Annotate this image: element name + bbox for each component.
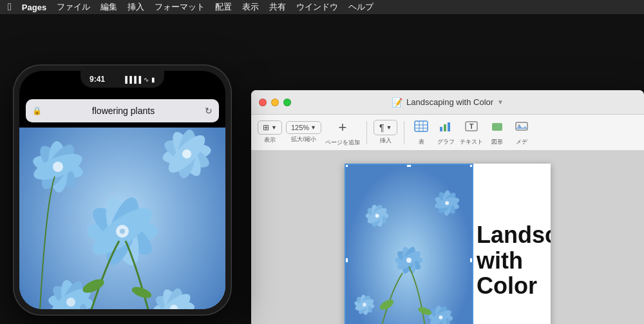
zoom-toolbar-group: 125% ▼ 拡大/縮小: [286, 121, 321, 144]
handle-top-left[interactable]: [345, 164, 348, 167]
svg-rect-10: [492, 123, 502, 131]
toolbar-separator-1: [366, 121, 367, 144]
svg-rect-6: [444, 124, 446, 131]
window-controls: [259, 99, 291, 106]
svg-point-37: [363, 303, 366, 307]
handle-top-right[interactable]: [469, 164, 473, 167]
menubar:  Pages ファイル 編集 挿入 フォーマット 配置 表示 共有 ウインドウ…: [0, 0, 644, 14]
toolbar-separator-2: [404, 121, 404, 144]
svg-point-19: [406, 258, 412, 263]
insert-label: 挿入: [380, 137, 392, 145]
toolbar: ⊞ ▼ 表示 125% ▼ 拡大/縮小 + ページを追加 ¶ ▼ 挿入: [251, 115, 644, 151]
menubar-insert[interactable]: 挿入: [128, 1, 144, 13]
signal-bars-icon: ▐▐▐▐: [123, 76, 141, 83]
phone-flower-svg: [19, 128, 225, 309]
main-area: Landscapi with Color: [251, 151, 644, 324]
add-page-button[interactable]: +: [335, 118, 351, 137]
menubar-view[interactable]: 表示: [242, 1, 259, 13]
shape-button[interactable]: [487, 119, 507, 137]
menubar-help[interactable]: ヘルプ: [348, 1, 374, 13]
svg-point-31: [445, 201, 449, 205]
chart-icon: [439, 120, 453, 132]
insert-chevron-icon: ▼: [386, 124, 392, 131]
chart-toolbar-group: グラフ: [435, 119, 456, 146]
window-minimize-button[interactable]: [271, 99, 279, 106]
view-button[interactable]: ⊞ ▼: [258, 120, 282, 135]
svg-rect-0: [415, 121, 428, 131]
window-maximize-button[interactable]: [283, 99, 291, 106]
safari-address-bar[interactable]: 🔒 flowering plants ↻: [26, 99, 219, 122]
document-title: Landscaping with Color: [406, 97, 493, 107]
svg-point-53: [120, 229, 125, 234]
iphone-notch: 9:41 ▐▐▐▐ ∿ ▮: [80, 71, 164, 88]
status-time: 9:41: [90, 75, 105, 84]
status-icons: ▐▐▐▐ ∿ ▮: [123, 76, 155, 83]
selected-image[interactable]: [345, 164, 473, 324]
pages-window: 📝 Landscaping with Color ▼ ⊞ ▼ 表示 125% ▼…: [251, 90, 644, 324]
shape-icon: [490, 120, 504, 132]
add-page-label: ページを追加: [325, 138, 360, 147]
table-label: 表: [419, 138, 424, 146]
svg-point-65: [182, 149, 191, 158]
view-label: 表示: [264, 136, 276, 144]
insert-toolbar-group: ¶ ▼ 挿入: [374, 120, 397, 145]
media-toolbar-group: メデ: [511, 119, 532, 146]
media-label: メデ: [516, 138, 527, 146]
zoom-value: 125%: [291, 124, 309, 131]
menubar-file[interactable]: ファイル: [57, 1, 90, 13]
paragraph-icon: ¶: [379, 122, 384, 133]
svg-text:T: T: [469, 122, 474, 130]
title-chevron-icon: ▼: [497, 99, 504, 106]
svg-rect-5: [440, 127, 442, 131]
wifi-icon: ∿: [144, 76, 149, 83]
svg-point-25: [375, 214, 379, 218]
menubar-pages[interactable]: Pages: [22, 3, 46, 12]
zoom-button[interactable]: 125% ▼: [286, 121, 321, 134]
apple-menu-icon[interactable]: : [8, 1, 12, 13]
flower-illustration: [346, 165, 472, 324]
reload-icon[interactable]: ↻: [205, 106, 213, 116]
svg-point-59: [53, 162, 63, 172]
handle-top-middle[interactable]: [406, 164, 412, 167]
menubar-arrange[interactable]: 配置: [215, 1, 232, 13]
text-label: テキスト: [460, 138, 483, 146]
svg-point-71: [66, 298, 75, 307]
menubar-edit[interactable]: 編集: [100, 1, 117, 13]
svg-rect-7: [448, 122, 450, 131]
lock-icon: 🔒: [32, 106, 42, 115]
chart-label: グラフ: [437, 138, 455, 146]
window-titlebar: 📝 Landscaping with Color ▼: [251, 90, 644, 115]
media-button[interactable]: [511, 119, 532, 137]
svg-rect-11: [516, 122, 527, 130]
table-icon: [414, 120, 428, 132]
shape-toolbar-group: 図形: [487, 119, 507, 146]
window-close-button[interactable]: [259, 99, 267, 106]
menubar-share[interactable]: 共有: [269, 1, 286, 13]
document-icon: 📝: [392, 97, 402, 108]
insert-button[interactable]: ¶ ▼: [374, 120, 397, 135]
zoom-chevron-icon: ▼: [310, 124, 316, 131]
text-toolbar-group: T テキスト: [460, 119, 483, 146]
iphone-body: 9:41 ▐▐▐▐ ∿ ▮ 🔒 flowering plants ↻: [13, 64, 232, 316]
menubar-window[interactable]: ウインドウ: [296, 1, 338, 13]
shape-label: 図形: [491, 138, 503, 146]
document-title-text: Landscapi with Color: [473, 222, 551, 299]
view-chevron-icon: ▼: [271, 124, 277, 131]
view-toolbar-group: ⊞ ▼ 表示: [258, 120, 282, 144]
canvas-area: Landscapi with Color: [251, 151, 644, 324]
safari-url-text: flowering plants: [46, 106, 201, 116]
text-button[interactable]: T: [461, 119, 482, 137]
menubar-format[interactable]: フォーマット: [155, 1, 205, 13]
zoom-label: 拡大/縮小: [291, 135, 316, 144]
chart-button[interactable]: [435, 119, 456, 137]
table-button[interactable]: [411, 119, 431, 137]
page-canvas: Landscapi with Color: [345, 164, 551, 324]
text-icon-svg: T: [464, 120, 478, 132]
battery-icon: ▮: [151, 76, 155, 83]
window-title: 📝 Landscaping with Color ▼: [392, 97, 504, 108]
iphone-screen: 9:41 ▐▐▐▐ ∿ ▮ 🔒 flowering plants ↻: [19, 71, 225, 309]
add-page-toolbar-group: + ページを追加: [325, 118, 360, 147]
handle-middle-left[interactable]: [345, 258, 348, 263]
view-icon: ⊞: [263, 123, 269, 132]
phone-flower-image: [19, 128, 225, 309]
